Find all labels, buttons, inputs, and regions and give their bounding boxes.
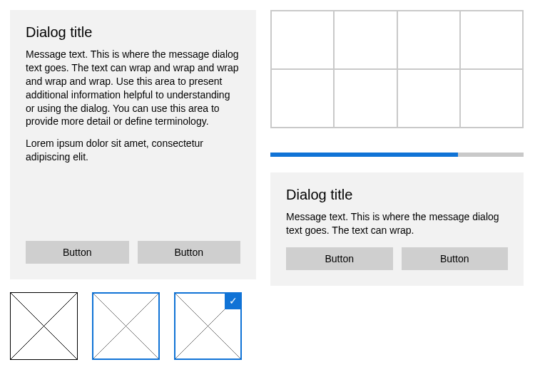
dialog-message: Message text. This is where the message … — [286, 210, 508, 237]
image-placeholder-icon — [92, 292, 160, 360]
dialog-large: Dialog title Message text. This is where… — [10, 10, 256, 279]
dialog-button-2[interactable]: Button — [138, 241, 241, 264]
dialog-button-1[interactable]: Button — [26, 241, 129, 264]
dialog-message-secondary: Lorem ipsum dolor sit amet, consectetur … — [26, 137, 240, 164]
dialog-title: Dialog title — [286, 187, 508, 203]
grid-cell[interactable] — [397, 69, 460, 128]
thumbnail-selected[interactable] — [92, 292, 160, 360]
dialog-actions: Button Button — [26, 241, 240, 264]
thumbnail-default[interactable] — [10, 292, 78, 360]
grid-cell[interactable] — [271, 11, 334, 69]
data-grid — [270, 10, 524, 128]
grid-cell[interactable] — [460, 69, 523, 128]
thumbnail-row: ✓ — [10, 292, 256, 360]
dialog-title: Dialog title — [26, 24, 240, 41]
grid-cell[interactable] — [334, 11, 397, 69]
dialog-button-1[interactable]: Button — [286, 247, 393, 270]
dialog-small: Dialog title Message text. This is where… — [270, 172, 524, 286]
grid-cell[interactable] — [460, 11, 523, 69]
dialog-button-2[interactable]: Button — [402, 247, 509, 270]
grid-cell[interactable] — [397, 11, 460, 69]
grid-cell[interactable] — [271, 69, 334, 128]
dialog-body: Message text. This is where the message … — [286, 210, 508, 237]
dialog-actions: Button Button — [286, 247, 508, 270]
progress-bar — [270, 153, 524, 157]
dialog-message: Message text. This is where the message … — [26, 48, 240, 128]
thumbnail-checked[interactable]: ✓ — [174, 292, 242, 360]
progress-fill — [270, 153, 458, 157]
dialog-body: Message text. This is where the message … — [26, 48, 240, 164]
checkmark-icon: ✓ — [225, 292, 242, 309]
image-placeholder-icon — [10, 292, 78, 360]
grid-cell[interactable] — [334, 69, 397, 128]
